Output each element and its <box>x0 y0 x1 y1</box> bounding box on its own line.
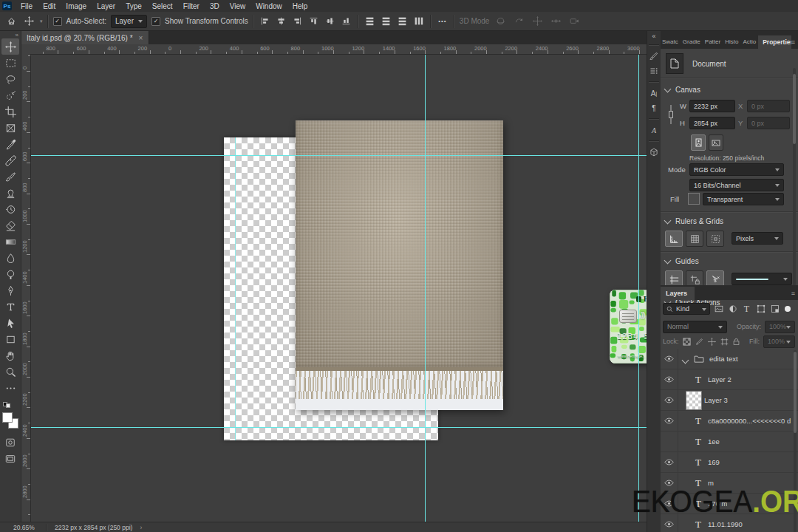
align-options-ellipsis[interactable]: ••• <box>436 15 449 28</box>
vertical-guide[interactable] <box>425 54 426 522</box>
eraser-tool[interactable] <box>1 217 19 233</box>
path-selection-tool[interactable] <box>1 315 19 331</box>
auto-select-checkbox[interactable]: ✓ <box>53 17 62 26</box>
camera-3d-icon[interactable] <box>567 15 581 28</box>
move-tool-preset-icon[interactable] <box>22 15 35 28</box>
history-brush-tool[interactable] <box>1 201 19 217</box>
orientation-landscape-button[interactable] <box>709 134 723 151</box>
crop-tool[interactable] <box>1 103 19 120</box>
home-icon[interactable] <box>4 15 18 28</box>
default-colors-icon[interactable] <box>3 402 10 408</box>
menu-item-type[interactable]: Type <box>120 1 147 11</box>
zoom-level-field[interactable]: 20.65% <box>13 524 38 531</box>
mode-dropdown[interactable]: RGB Color <box>689 163 784 176</box>
menu-item-edit[interactable]: Edit <box>38 1 61 11</box>
panel-menu-icon[interactable]: ≡ <box>791 38 795 46</box>
frame-tool[interactable] <box>1 120 19 136</box>
vertical-ruler[interactable]: 0200400600800100012001400160018002000220… <box>21 54 31 522</box>
align-top-icon[interactable] <box>307 15 321 28</box>
lock-pixels-icon[interactable] <box>695 337 703 347</box>
3d-panel-icon[interactable] <box>648 145 660 160</box>
tab-patter[interactable]: Patter <box>703 35 723 49</box>
layer-visibility-empty[interactable] <box>660 432 678 451</box>
tools-collapse-icon[interactable]: » <box>16 32 18 38</box>
canvas-section-header[interactable]: Canvas <box>665 86 700 94</box>
menu-item-filter[interactable]: Filter <box>178 1 205 11</box>
lock-transparency-icon[interactable] <box>683 337 692 347</box>
distribute-top-icon[interactable] <box>364 15 377 28</box>
layer-visibility-eye-icon[interactable] <box>660 369 678 389</box>
healing-brush-tool[interactable] <box>1 152 19 168</box>
layer-visibility-eye-icon[interactable] <box>660 411 678 431</box>
ruler-origin-corner[interactable] <box>21 44 31 55</box>
screen-mode-button[interactable] <box>1 451 19 467</box>
color-swatches[interactable] <box>2 412 18 429</box>
layer-row-edita-text[interactable]: edita text <box>660 349 798 369</box>
document-tab[interactable]: Italy id.psd @ 20.7% (RGB/16) * × <box>21 31 149 44</box>
menu-item-help[interactable]: Help <box>287 1 313 11</box>
horizontal-guide[interactable] <box>30 427 647 428</box>
tab-swatc[interactable]: Swatc <box>660 35 681 49</box>
tab-layers[interactable]: Layers <box>660 287 695 300</box>
roll-3d-icon[interactable] <box>512 15 525 28</box>
paragraph-panel-icon[interactable]: ¶ <box>648 100 660 115</box>
brush-tool[interactable] <box>1 168 19 185</box>
edit-toolbar-ellipsis[interactable] <box>1 380 19 396</box>
menu-item-window[interactable]: Window <box>250 1 287 11</box>
filter-shape-layers-icon[interactable] <box>755 304 766 315</box>
layer-name[interactable]: Layer 2 <box>708 375 732 383</box>
orbit-3d-icon[interactable] <box>494 15 507 28</box>
toggle-grid-button[interactable] <box>686 231 703 247</box>
filter-toggle-light[interactable] <box>785 306 791 312</box>
character-panel-icon[interactable]: A| <box>648 86 660 100</box>
dodge-tool[interactable] <box>1 266 19 282</box>
ruler-units-dropdown[interactable]: Pixels <box>732 232 783 245</box>
menu-item-image[interactable]: Image <box>61 1 92 11</box>
distribute-horizontal-icon[interactable] <box>412 15 426 28</box>
layer-name[interactable]: 169 <box>708 458 720 466</box>
rulers-grids-section-header[interactable]: Rulers & Grids <box>665 217 723 225</box>
layers-menu-icon[interactable]: ≡ <box>791 290 795 297</box>
layer-row-layer-3[interactable]: Layer 3 <box>660 390 798 411</box>
layer-visibility-eye-icon[interactable] <box>660 349 678 369</box>
layer-visibility-eye-icon[interactable] <box>660 390 678 410</box>
tab-histo[interactable]: Histo <box>723 35 740 49</box>
dock-collapse-icon[interactable]: « <box>648 31 660 41</box>
bit-depth-dropdown[interactable]: 16 Bits/Channel <box>689 179 784 191</box>
guide-style-dropdown[interactable] <box>732 273 792 285</box>
toggle-pixel-grid-button[interactable] <box>706 231 724 247</box>
vertical-guide[interactable] <box>638 54 639 522</box>
menu-item-view[interactable]: View <box>225 1 251 11</box>
quick-mask-button[interactable] <box>1 434 19 451</box>
orientation-portrait-button[interactable] <box>691 134 706 151</box>
layer-visibility-eye-icon[interactable] <box>660 452 678 472</box>
tab-properties[interactable]: Properties <box>758 35 791 49</box>
menu-item-layer[interactable]: Layer <box>92 1 120 11</box>
layer-row-c8a0000000-0-d[interactable]: Tc8a0000000...<<<<<<<0 d <box>660 411 798 432</box>
width-field[interactable]: 2232 px <box>689 100 735 112</box>
layer-name[interactable]: Layer 3 <box>704 396 728 404</box>
brushes-panel-icon[interactable] <box>648 64 660 78</box>
fill-swatch[interactable] <box>688 193 700 205</box>
menu-item-select[interactable]: Select <box>147 1 178 11</box>
filter-pixel-layers-icon[interactable] <box>713 304 724 315</box>
pen-tool[interactable] <box>1 282 19 299</box>
tab-actio[interactable]: Actio <box>740 35 758 49</box>
filter-adjustment-layers-icon[interactable] <box>727 304 738 315</box>
lock-position-icon[interactable] <box>707 337 716 347</box>
lock-all-icon[interactable] <box>732 337 741 347</box>
slide-3d-icon[interactable] <box>549 15 562 28</box>
layer-name[interactable]: 1ee <box>708 437 720 446</box>
layer-row-layer-2[interactable]: TLayer 2 <box>660 369 798 390</box>
hand-tool[interactable] <box>1 347 19 364</box>
filter-type-layers-icon[interactable]: T <box>741 304 752 315</box>
lasso-tool[interactable] <box>1 71 19 87</box>
shape-tool[interactable] <box>1 331 19 347</box>
foreground-color-swatch[interactable] <box>2 412 13 423</box>
gradient-tool[interactable] <box>1 233 19 250</box>
marquee-tool[interactable] <box>1 55 19 71</box>
layer-name[interactable]: 11.01.1990 <box>708 520 743 528</box>
guides-section-header[interactable]: Guides <box>665 257 699 265</box>
brush-settings-panel-icon[interactable] <box>648 49 660 64</box>
canvas-area[interactable]: Heritage Bank ))) 1234 5678 9012 3456 ww… <box>30 54 647 522</box>
